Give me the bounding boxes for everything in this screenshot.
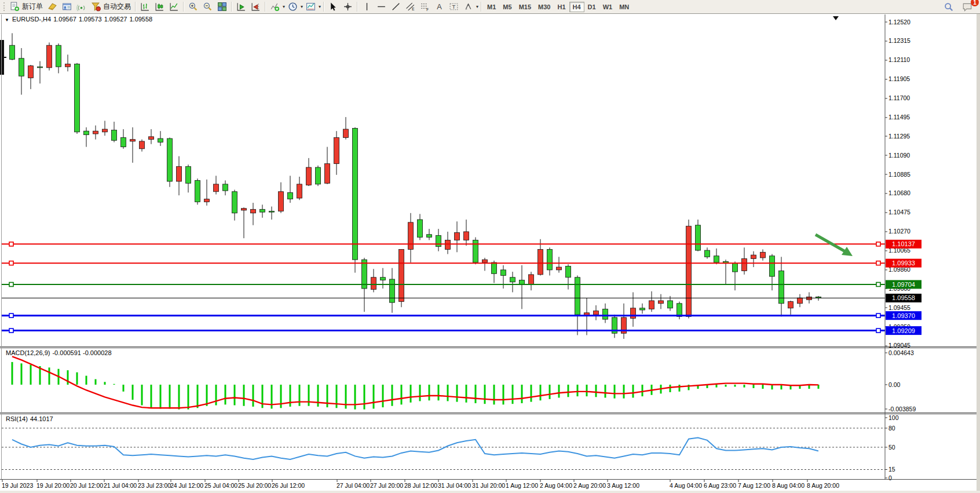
line-handle[interactable] xyxy=(9,282,13,286)
text-tool-button[interactable]: A xyxy=(432,1,447,13)
svg-text:1.12315: 1.12315 xyxy=(888,37,910,44)
chart-canvas[interactable]: 1.125201.123151.121101.119051.117001.114… xyxy=(0,14,980,493)
candle xyxy=(816,297,821,298)
new-order-icon xyxy=(10,2,20,12)
line-chart-button[interactable] xyxy=(167,1,181,13)
candle xyxy=(288,192,293,199)
signals-button[interactable] xyxy=(74,1,89,13)
equidistant-channel-icon: E xyxy=(405,2,415,12)
timeframe-m15-button[interactable]: M15 xyxy=(515,2,535,12)
candle xyxy=(93,131,98,134)
svg-text:4 Aug 04:00: 4 Aug 04:00 xyxy=(670,482,702,489)
timeframe-h4-button[interactable]: H4 xyxy=(569,2,584,12)
line-handle[interactable] xyxy=(9,242,13,246)
indicators-button[interactable] xyxy=(268,1,282,13)
candle xyxy=(575,277,580,315)
arrows-dropdown-caret[interactable]: ▾ xyxy=(476,4,479,9)
templates-dropdown-caret[interactable]: ▾ xyxy=(318,4,321,9)
auto-trading-label: 自动交易 xyxy=(103,2,131,12)
timeframe-h1-button[interactable]: H1 xyxy=(554,2,569,12)
terminal-button[interactable] xyxy=(60,1,74,13)
svg-text:1 Aug 12:00: 1 Aug 12:00 xyxy=(506,482,538,489)
toolbar-grip xyxy=(3,2,6,11)
zoom-in-button[interactable] xyxy=(186,1,200,13)
candle xyxy=(594,311,599,315)
timeframe-m30-button[interactable]: M30 xyxy=(535,2,554,12)
toolbar-separator xyxy=(135,2,136,12)
metaeditor-button[interactable] xyxy=(45,1,60,13)
timeframe-m5-button[interactable]: M5 xyxy=(499,2,515,12)
svg-text:0: 0 xyxy=(888,474,892,481)
candle xyxy=(47,45,52,68)
candle xyxy=(427,235,432,238)
candle xyxy=(149,137,154,140)
svg-text:2 Aug 20:00: 2 Aug 20:00 xyxy=(573,482,606,489)
zoom-out-icon xyxy=(203,2,213,12)
zoom-out-button[interactable] xyxy=(200,1,215,13)
candle xyxy=(19,59,24,76)
periods-button[interactable] xyxy=(286,1,300,13)
candle xyxy=(223,184,228,191)
text-label-tool-button[interactable]: T xyxy=(447,1,461,13)
chart-shift-button[interactable] xyxy=(248,1,263,13)
auto-scroll-button[interactable] xyxy=(234,1,248,13)
candle xyxy=(130,140,136,141)
candlestick-button[interactable] xyxy=(152,1,167,13)
line-handle[interactable] xyxy=(876,313,880,317)
svg-text:19 Jul 20:00: 19 Jul 20:00 xyxy=(36,482,70,489)
templates-button[interactable] xyxy=(303,1,318,13)
candle xyxy=(603,309,608,319)
vertical-line-tool-button[interactable] xyxy=(360,1,374,13)
candle xyxy=(334,137,339,163)
fibonacci-tool-button[interactable]: F xyxy=(418,1,432,13)
notifications-button[interactable]: 1 xyxy=(960,1,975,13)
cursor-tool-button[interactable] xyxy=(326,1,341,13)
svg-text:3 Aug 12:00: 3 Aug 12:00 xyxy=(607,482,639,489)
svg-text:-0.003859: -0.003859 xyxy=(888,406,916,412)
candle xyxy=(10,45,15,59)
svg-text:26 Jul 12:00: 26 Jul 12:00 xyxy=(272,482,305,489)
arrows-tool-button[interactable] xyxy=(461,1,476,13)
svg-text:1.09933: 1.09933 xyxy=(892,260,915,266)
line-handle[interactable] xyxy=(876,261,880,265)
svg-text:20 Jul 12:00: 20 Jul 12:00 xyxy=(70,482,103,489)
new-order-button[interactable]: 新订单 xyxy=(8,1,45,13)
auto-trading-button[interactable]: 自动交易 xyxy=(89,1,133,13)
tile-windows-button[interactable] xyxy=(215,1,229,13)
svg-text:23 Jul 23:00: 23 Jul 23:00 xyxy=(138,482,171,489)
line-handle[interactable] xyxy=(876,282,880,286)
search-icon xyxy=(944,2,954,12)
timeframe-m1-button[interactable]: M1 xyxy=(484,2,499,12)
candle xyxy=(167,138,173,181)
svg-text:1.11295: 1.11295 xyxy=(888,133,910,140)
timeframe-mn-button[interactable]: MN xyxy=(616,2,632,12)
line-handle[interactable] xyxy=(876,242,880,246)
crosshair-tool-button[interactable] xyxy=(341,1,355,13)
timeframe-w1-button[interactable]: W1 xyxy=(599,2,616,12)
bar-chart-button[interactable] xyxy=(138,1,152,13)
candle xyxy=(195,180,200,202)
channel-tool-button[interactable]: E xyxy=(403,1,418,13)
timeframe-d1-button[interactable]: D1 xyxy=(584,2,599,12)
line-handle[interactable] xyxy=(9,328,13,333)
candle xyxy=(214,184,219,192)
search-button[interactable] xyxy=(941,1,956,13)
indicators-icon xyxy=(270,2,280,12)
tile-windows-icon xyxy=(217,2,227,12)
text-label-icon: T xyxy=(449,2,459,12)
toolbar-separator xyxy=(231,2,232,12)
line-handle[interactable] xyxy=(9,261,13,265)
line-handle[interactable] xyxy=(9,313,13,317)
svg-text:1.10270: 1.10270 xyxy=(888,228,910,235)
horizontal-line-tool-button[interactable] xyxy=(374,1,389,13)
line-handle[interactable] xyxy=(876,328,880,333)
svg-text:1.09704: 1.09704 xyxy=(892,281,915,288)
candlestick-icon xyxy=(155,2,164,12)
templates-icon xyxy=(306,2,316,12)
chart-area[interactable]: 1.125201.123151.121101.119051.117001.114… xyxy=(0,14,980,493)
candle xyxy=(112,130,117,141)
candle xyxy=(788,302,793,308)
svg-text:1.10137: 1.10137 xyxy=(892,240,915,247)
trendline-tool-button[interactable] xyxy=(389,1,403,13)
signals-icon xyxy=(76,2,86,12)
